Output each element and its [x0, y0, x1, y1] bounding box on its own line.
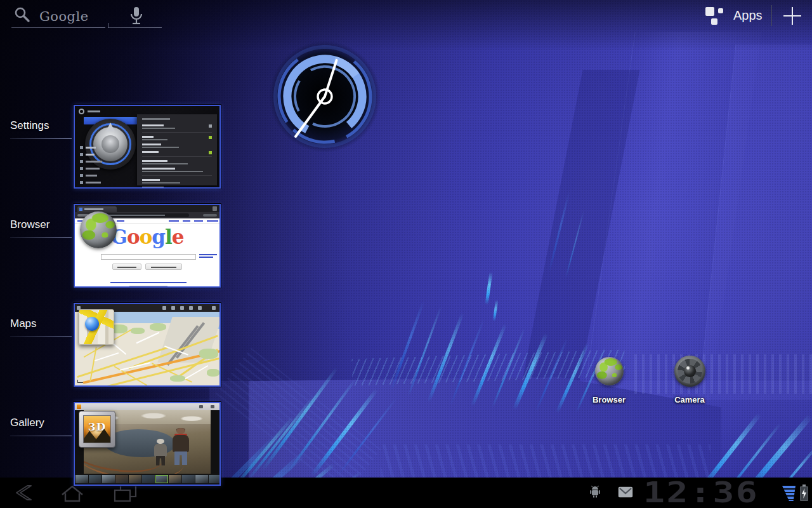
maps-pin-icon [85, 317, 99, 331]
filmstrip-thumbnail[interactable] [169, 475, 181, 483]
settings-panel-heading [142, 118, 170, 120]
map-park [131, 328, 145, 334]
link-dash [194, 220, 203, 222]
google-search-button [112, 264, 141, 270]
settings-panel-separator [142, 156, 212, 157]
settings-panel-row [142, 136, 212, 140]
camera-shortcut-label: Camera [661, 395, 718, 404]
gallery-filmstrip [75, 474, 219, 485]
settings-menu-row [80, 172, 134, 179]
recent-thumbnail-settings[interactable] [74, 105, 221, 189]
filmstrip-thumbnail[interactable] [89, 475, 102, 483]
recent-thumbnail-browser[interactable]: Google [74, 204, 221, 288]
settings-menu-row [80, 144, 134, 151]
link-dash [169, 220, 179, 222]
settings-panel-separator [142, 175, 212, 176]
settings-title-bar [88, 110, 100, 112]
filmstrip-thumbnail[interactable] [209, 475, 219, 483]
map-park [207, 369, 219, 377]
signal-strength-icon [782, 486, 796, 501]
maps-app-icon [79, 309, 114, 345]
browser-app-icon [80, 211, 117, 248]
google-logo-letter: e [172, 225, 184, 248]
clock-face [268, 39, 382, 154]
filmstrip-thumbnail[interactable] [129, 475, 141, 483]
usb-debugging-android-icon [589, 485, 601, 498]
home-button[interactable] [58, 484, 86, 503]
recent-label-settings: Settings [10, 119, 74, 139]
search-icon [14, 6, 30, 23]
camera-lens-glint [686, 366, 690, 370]
filmstrip-thumbnail[interactable] [115, 475, 128, 483]
link-dash [207, 220, 218, 222]
browser-shortcut-icon[interactable] [595, 357, 624, 385]
recent-apps-button[interactable] [112, 484, 140, 503]
settings-menu-row [80, 151, 134, 158]
settings-panel-row [142, 160, 212, 164]
settings-panel-row [142, 144, 212, 148]
recent-label-browser: Browser [10, 218, 74, 238]
android-home-screen: Google Apps [0, 0, 812, 508]
search-engine-logo[interactable]: Google [39, 9, 89, 24]
mic-underline [108, 27, 162, 28]
settings-panel-row [142, 124, 212, 129]
settings-panel-row [142, 187, 212, 187]
map-road [95, 352, 119, 361]
browser-shortcut-label: Browser [580, 395, 638, 404]
google-logo-letter: o [140, 225, 152, 248]
back-button[interactable] [11, 484, 37, 502]
google-logo-letter: l [165, 225, 172, 248]
recent-thumbnail-maps[interactable] [74, 303, 221, 387]
map-park [170, 375, 185, 382]
feeling-lucky-button [145, 264, 182, 270]
google-search-widget[interactable]: Google [9, 4, 165, 29]
settings-menu-list [80, 144, 134, 186]
settings-gear-icon [79, 109, 84, 114]
microphone-icon[interactable] [128, 6, 145, 27]
camera-lens [684, 365, 696, 377]
gallery-action-bar [75, 403, 219, 410]
add-to-home-icon[interactable] [783, 6, 802, 25]
recent-label-gallery: Gallery [10, 417, 74, 436]
settings-menu-row [80, 165, 134, 172]
recent-thumbnail-gallery[interactable]: 3D [74, 402, 221, 486]
settings-panel-separator [142, 132, 212, 133]
camera-shortcut-icon[interactable] [674, 356, 705, 387]
filmstrip-thumbnail[interactable] [75, 475, 88, 483]
top-right-actions: Apps [705, 3, 807, 29]
settings-panel-row [142, 151, 212, 153]
apps-button[interactable]: Apps [733, 8, 763, 23]
browser-menu-icon [213, 206, 217, 211]
settings-panel-row [142, 179, 212, 184]
map-park [150, 323, 166, 331]
google-search-box [101, 254, 196, 260]
settings-detail-panel [137, 114, 217, 185]
status-bar-clock[interactable]: 12:36 [643, 479, 759, 507]
analog-clock-widget[interactable] [268, 39, 382, 154]
gallery-app-icon: 3D [79, 411, 115, 448]
recent-label-maps: Maps [10, 318, 74, 337]
divider [771, 5, 772, 26]
map-park [199, 349, 218, 359]
settings-menu-row [80, 158, 134, 165]
link-dash [183, 220, 190, 222]
filmstrip-thumbnail[interactable] [155, 475, 168, 483]
filmstrip-thumbnail[interactable] [142, 475, 155, 483]
filmstrip-thumbnail[interactable] [102, 475, 115, 483]
settings-panel-row [142, 168, 212, 172]
photo-child-figure [154, 439, 167, 465]
filmstrip-thumbnail[interactable] [195, 475, 208, 483]
search-underline [11, 27, 105, 28]
google-logo-letter: o [127, 225, 140, 248]
battery-charging-icon [800, 485, 808, 501]
photo-adult-figure [171, 428, 190, 465]
settings-menu-row [80, 179, 134, 186]
email-notification-icon[interactable] [618, 486, 633, 498]
link-dash [117, 220, 124, 222]
google-logo-letter: g [152, 225, 165, 248]
settings-screenshot [75, 106, 219, 187]
filmstrip-thumbnail[interactable] [182, 475, 195, 483]
apps-grid-icon[interactable] [705, 6, 727, 28]
